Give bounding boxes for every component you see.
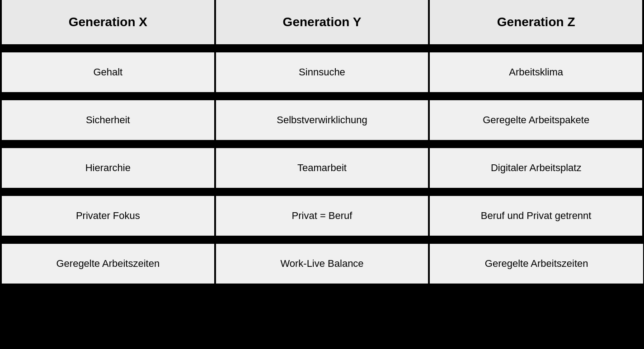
cell-gen-z-row1-text: Arbeitsklima xyxy=(509,66,563,78)
header-gen-z-label: Generation Z xyxy=(497,15,575,29)
cell-gen-z-row4-text: Beruf und Privat getrennt xyxy=(481,210,592,222)
comparison-table: Generation X Generation Y Generation Z G… xyxy=(0,0,644,349)
cell-gen-z-row1: Arbeitsklima xyxy=(429,52,643,92)
divider-2 xyxy=(1,92,643,100)
cell-gen-x-row2: Sicherheit xyxy=(1,100,215,140)
header-gen-x: Generation X xyxy=(1,0,215,44)
cell-gen-x-row1: Gehalt xyxy=(1,52,215,92)
cell-gen-z-row2-text: Geregelte Arbeitspakete xyxy=(483,114,589,126)
cell-gen-x-row3: Hierarchie xyxy=(1,148,215,188)
cell-gen-y-row2-text: Selbstverwirklichung xyxy=(277,114,367,126)
header-gen-y-label: Generation Y xyxy=(283,15,362,29)
cell-gen-z-row5-text: Geregelte Arbeitszeiten xyxy=(485,258,588,270)
cell-gen-x-row4-text: Privater Fokus xyxy=(76,210,140,222)
cell-gen-z-row4: Beruf und Privat getrennt xyxy=(429,196,643,236)
cell-gen-x-row1-text: Gehalt xyxy=(93,66,122,78)
cell-gen-y-row5-text: Work-Live Balance xyxy=(280,258,363,270)
divider-3 xyxy=(1,140,643,148)
header-gen-z: Generation Z xyxy=(429,0,643,44)
cell-gen-y-row3: Teamarbeit xyxy=(215,148,429,188)
cell-gen-z-row3-text: Digitaler Arbeitsplatz xyxy=(491,162,582,174)
header-gen-y: Generation Y xyxy=(215,0,429,44)
cell-gen-x-row3-text: Hierarchie xyxy=(85,162,131,174)
divider-1 xyxy=(1,44,643,52)
cell-gen-x-row5-text: Geregelte Arbeitszeiten xyxy=(56,258,160,270)
cell-gen-y-row2: Selbstverwirklichung xyxy=(215,100,429,140)
cell-gen-y-row1: Sinnsuche xyxy=(215,52,429,92)
cell-gen-y-row5: Work-Live Balance xyxy=(215,244,429,284)
cell-gen-x-row2-text: Sicherheit xyxy=(86,114,130,126)
cell-gen-x-row4: Privater Fokus xyxy=(1,196,215,236)
cell-gen-y-row3-text: Teamarbeit xyxy=(297,162,347,174)
cell-gen-y-row1-text: Sinnsuche xyxy=(299,66,345,78)
header-gen-x-label: Generation X xyxy=(69,15,147,29)
divider-5 xyxy=(1,236,643,244)
cell-gen-x-row5: Geregelte Arbeitszeiten xyxy=(1,244,215,284)
cell-gen-z-row2: Geregelte Arbeitspakete xyxy=(429,100,643,140)
cell-gen-z-row5: Geregelte Arbeitszeiten xyxy=(429,244,643,284)
divider-4 xyxy=(1,188,643,196)
cell-gen-y-row4: Privat = Beruf xyxy=(215,196,429,236)
cell-gen-y-row4-text: Privat = Beruf xyxy=(292,210,353,222)
cell-gen-z-row3: Digitaler Arbeitsplatz xyxy=(429,148,643,188)
